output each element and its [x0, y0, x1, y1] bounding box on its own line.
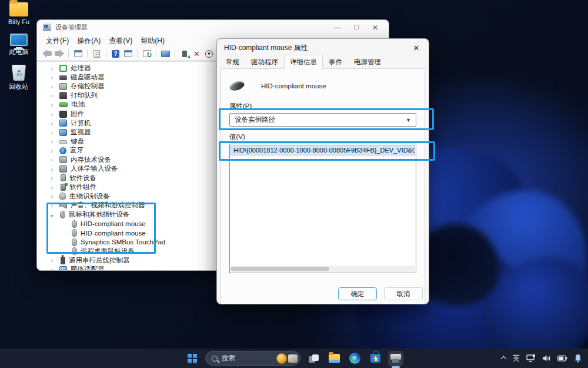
speaker-icon	[59, 202, 67, 209]
device-manager-app-icon	[43, 24, 51, 31]
device-manager-titlebar[interactable]: 设备管理器 — ▢ ✕	[37, 20, 389, 35]
chevron-down-icon[interactable]: ⌄	[49, 211, 55, 218]
chevron-right-icon[interactable]: ›	[49, 129, 55, 136]
property-dropdown-value: 设备实例路径	[235, 115, 275, 124]
desktop-icon-label: 此电脑	[2, 48, 35, 57]
menu-file[interactable]: 文件(F)	[42, 35, 73, 47]
value-row-selected[interactable]: HID\{00001812-0000-1000-8000-00805F9B34F…	[230, 145, 415, 155]
computer-icon	[59, 120, 67, 127]
ime-indicator[interactable]: 英	[513, 353, 520, 363]
disk-drive-icon	[59, 75, 67, 80]
file-explorer-button[interactable]	[326, 351, 342, 366]
minimize-button[interactable]: —	[333, 24, 342, 32]
network-icon[interactable]	[526, 354, 536, 363]
window-title: 设备管理器	[55, 23, 88, 32]
scrollbar-thumb[interactable]	[230, 267, 329, 271]
scan-hardware-changes-icon[interactable]	[142, 49, 152, 58]
chevron-right-icon[interactable]: ›	[49, 74, 55, 81]
edge-icon	[349, 353, 360, 364]
chevron-right-icon[interactable]: ›	[49, 266, 55, 270]
tab-events[interactable]: 事件	[323, 55, 348, 69]
properties-document-icon[interactable]	[92, 49, 102, 58]
chevron-right-icon[interactable]: ›	[49, 165, 55, 173]
tray-chevron-up-icon[interactable]	[502, 357, 506, 362]
desktop-icon-billy-fu[interactable]: Billy Fu	[2, 2, 35, 25]
print-queue-icon	[59, 92, 67, 99]
cancel-button[interactable]: 取消	[384, 287, 423, 300]
device-manager-icon	[390, 354, 401, 363]
console-window-icon[interactable]	[73, 49, 83, 58]
desktop-icon-this-pc[interactable]: 此电脑	[2, 34, 35, 57]
ok-button[interactable]: 确定	[338, 287, 377, 300]
microsoft-store-icon	[370, 354, 380, 363]
notification-bell-icon[interactable]	[574, 354, 582, 363]
help-icon[interactable]: ?	[111, 49, 121, 58]
desktop-icon-recycle-bin[interactable]: 回收站	[2, 65, 35, 91]
menu-view[interactable]: 查看(V)	[105, 35, 136, 47]
storage-controller-icon	[59, 83, 67, 90]
value-label: 值(V)	[229, 132, 416, 141]
device-manager-taskbar-button[interactable]	[388, 351, 403, 366]
tab-details[interactable]: 详细信息	[284, 55, 323, 69]
details-tab-page: HID-compliant mouse 属性(P) 设备实例路径 ▼ 值(V) …	[220, 69, 425, 304]
chevron-right-icon[interactable]: ›	[49, 138, 55, 145]
back-icon[interactable]	[42, 49, 52, 58]
horizontal-scrollbar[interactable]	[230, 266, 415, 272]
this-pc-icon	[10, 34, 28, 46]
volume-icon[interactable]	[542, 354, 551, 362]
chevron-right-icon[interactable]: ›	[49, 111, 55, 118]
desktop-icon-label: Billy Fu	[2, 18, 35, 25]
uninstall-device-icon[interactable]: ✕	[192, 49, 202, 58]
chevron-right-icon[interactable]: ›	[49, 65, 55, 72]
close-icon[interactable]: ✕	[411, 44, 422, 52]
battery-icon[interactable]	[557, 355, 567, 362]
value-listbox[interactable]: HID\{00001812-0000-1000-8000-00805F9B34F…	[229, 144, 416, 273]
tab-general[interactable]: 常规	[220, 55, 245, 69]
chevron-right-icon[interactable]: ›	[49, 184, 55, 191]
battery-icon	[59, 102, 68, 107]
edge-button[interactable]	[347, 351, 362, 366]
dialog-titlebar[interactable]: HID-compliant mouse 属性 ✕	[217, 39, 429, 57]
desktop-icon-list: Billy Fu 此电脑 回收站	[2, 2, 35, 100]
forward-icon[interactable]	[54, 49, 64, 58]
computer-screen-icon[interactable]	[161, 49, 171, 58]
maximize-button[interactable]: ▢	[352, 24, 360, 32]
chevron-right-icon[interactable]: ›	[49, 202, 55, 209]
start-icon	[188, 354, 197, 363]
toolbar-separator	[68, 49, 69, 58]
mouse-device-icon	[228, 79, 245, 92]
chevron-right-icon[interactable]: ›	[49, 193, 55, 200]
dialog-title: HID-compliant mouse 属性	[224, 43, 308, 53]
disable-device-icon[interactable]: ▼	[204, 49, 214, 58]
update-driver-icon[interactable]	[179, 49, 189, 58]
device-name: HID-compliant mouse	[261, 82, 326, 89]
start-button[interactable]	[185, 351, 200, 366]
chevron-right-icon[interactable]: ›	[49, 174, 55, 181]
tab-power-management[interactable]: 电源管理	[348, 55, 387, 69]
tab-driver[interactable]: 驱动程序	[245, 55, 284, 69]
microsoft-store-button[interactable]	[368, 351, 383, 366]
rewards-coin-icon	[276, 353, 287, 364]
chevron-right-icon[interactable]: ›	[49, 120, 55, 127]
chevron-right-icon[interactable]: ›	[49, 156, 55, 163]
mouse-properties-dialog: HID-compliant mouse 属性 ✕ 常规 驱动程序 详细信息 事件…	[216, 38, 429, 304]
network-adapter-icon	[59, 266, 67, 270]
toolbar-separator	[137, 49, 138, 58]
menu-action[interactable]: 操作(A)	[73, 35, 105, 47]
close-button[interactable]: ✕	[371, 24, 379, 32]
file-explorer-icon	[329, 354, 340, 363]
chevron-right-icon[interactable]: ›	[49, 257, 55, 264]
usb-icon	[61, 257, 65, 264]
chevron-right-icon[interactable]: ›	[49, 101, 55, 108]
bluetooth-icon: ᛒ	[59, 147, 66, 154]
chevron-right-icon[interactable]: ›	[49, 147, 55, 154]
software-component-icon	[61, 184, 66, 191]
search-box[interactable]: 搜索	[205, 351, 300, 366]
property-dropdown[interactable]: 设备实例路径 ▼	[229, 113, 416, 127]
chevron-right-icon[interactable]: ›	[49, 83, 55, 90]
processor-icon	[59, 65, 67, 72]
menu-help[interactable]: 帮助(H)	[136, 35, 169, 47]
task-view-button[interactable]	[306, 351, 321, 366]
chevron-right-icon[interactable]: ›	[49, 92, 55, 99]
window-icon[interactable]	[123, 49, 133, 58]
